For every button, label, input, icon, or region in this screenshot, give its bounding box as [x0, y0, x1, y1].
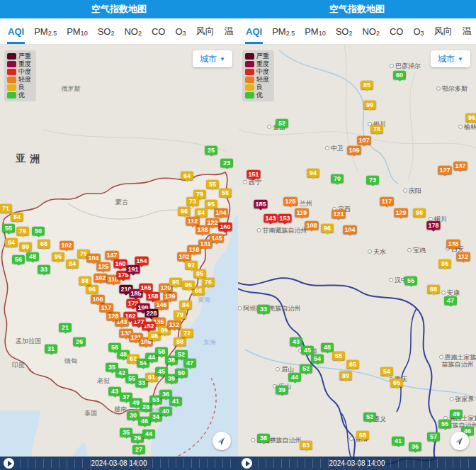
- tab-wind[interactable]: 风向: [429, 18, 458, 44]
- map-canvas[interactable]: 俄罗斯蒙古亚洲印度孟加拉国缅甸老挝泰国越南南海黄海东海7184557964895…: [0, 45, 238, 470]
- aqi-station-marker[interactable]: 56: [12, 255, 25, 264]
- aqi-station-marker[interactable]: 95: [52, 252, 64, 261]
- aqi-station-marker[interactable]: 44: [288, 373, 301, 381]
- aqi-station-marker[interactable]: 88: [174, 337, 186, 346]
- aqi-station-marker[interactable]: 95: [182, 281, 195, 289]
- play-button[interactable]: [4, 458, 14, 469]
- aqi-station-marker[interactable]: 117: [380, 197, 394, 206]
- aqi-station-marker[interactable]: 131: [198, 240, 212, 248]
- aqi-station-marker[interactable]: 151: [246, 170, 260, 179]
- aqi-station-marker[interactable]: 45: [301, 346, 314, 354]
- aqi-station-marker[interactable]: 68: [427, 285, 440, 293]
- aqi-station-marker[interactable]: 48: [321, 343, 334, 352]
- aqi-station-marker[interactable]: 119: [295, 208, 309, 217]
- aqi-station-marker[interactable]: 129: [394, 208, 407, 217]
- aqi-station-marker[interactable]: 96: [465, 113, 476, 122]
- aqi-station-marker[interactable]: 228: [144, 309, 158, 318]
- aqi-station-marker[interactable]: 57: [427, 432, 440, 441]
- aqi-station-marker[interactable]: 96: [86, 285, 98, 293]
- aqi-station-marker[interactable]: 25: [205, 146, 217, 155]
- aqi-station-marker[interactable]: 95: [169, 278, 182, 286]
- aqi-station-marker[interactable]: 64: [181, 172, 193, 180]
- aqi-station-marker[interactable]: 99: [363, 101, 376, 109]
- aqi-station-marker[interactable]: 165: [139, 284, 152, 292]
- aqi-station-marker[interactable]: 96: [321, 224, 334, 233]
- aqi-station-marker[interactable]: 92: [185, 261, 198, 269]
- aqi-station-marker[interactable]: 84: [195, 208, 208, 217]
- aqi-station-marker[interactable]: 84: [179, 301, 192, 309]
- tab-o3[interactable]: O3: [408, 18, 429, 44]
- tab-pm10[interactable]: PM10: [62, 18, 93, 44]
- aqi-station-marker[interactable]: 84: [66, 259, 79, 268]
- aqi-station-marker[interactable]: 54: [311, 354, 324, 363]
- tab-co[interactable]: CO: [385, 18, 409, 44]
- aqi-station-marker[interactable]: 137: [453, 162, 467, 170]
- aqi-station-marker[interactable]: 128: [106, 312, 120, 320]
- aqi-station-marker[interactable]: 108: [305, 221, 318, 230]
- tab-so2[interactable]: SO2: [331, 18, 358, 44]
- tab-temp[interactable]: 温: [458, 18, 476, 44]
- tab-pm25[interactable]: PM2.5: [267, 18, 300, 44]
- aqi-station-marker[interactable]: 79: [174, 310, 186, 319]
- aqi-station-marker[interactable]: 40: [159, 407, 172, 415]
- aqi-station-marker[interactable]: 49: [450, 410, 463, 418]
- aqi-station-marker[interactable]: 154: [135, 257, 148, 265]
- map-canvas[interactable]: 巴彦淖尔鄂尔多斯金昌银川榆林中卫西宁兰州定西庆阳甘南藏族自治州天水宝鸡铜川西安汉…: [238, 45, 476, 470]
- aqi-station-marker[interactable]: 104: [214, 208, 227, 217]
- aqi-station-marker[interactable]: 65: [346, 360, 359, 369]
- aqi-station-marker[interactable]: 85: [361, 81, 373, 89]
- aqi-station-marker[interactable]: 38: [257, 434, 270, 442]
- aqi-station-marker[interactable]: 50: [32, 227, 45, 235]
- aqi-station-marker[interactable]: 117: [100, 303, 113, 312]
- aqi-station-marker[interactable]: 21: [59, 323, 72, 332]
- aqi-station-marker[interactable]: 47: [444, 296, 457, 305]
- compass-icon[interactable]: [212, 432, 231, 450]
- aqi-station-marker[interactable]: 128: [283, 197, 297, 206]
- aqi-station-marker[interactable]: 55: [438, 420, 451, 428]
- aqi-station-marker[interactable]: 107: [357, 136, 370, 145]
- aqi-station-marker[interactable]: 102: [177, 252, 191, 261]
- aqi-station-marker[interactable]: 52: [300, 364, 312, 373]
- aqi-station-marker[interactable]: 98: [413, 208, 426, 217]
- aqi-station-marker[interactable]: 109: [347, 146, 361, 155]
- aqi-station-marker[interactable]: 102: [94, 274, 107, 282]
- tab-co[interactable]: CO: [147, 18, 171, 44]
- timeline-bar[interactable]: 2024-03-08 14:00: [238, 457, 476, 470]
- tab-o3[interactable]: O3: [170, 18, 191, 44]
- aqi-station-marker[interactable]: 41: [392, 437, 404, 445]
- aqi-station-marker[interactable]: 44: [142, 430, 155, 438]
- compass-icon[interactable]: [450, 432, 469, 450]
- aqi-station-marker[interactable]: 88: [79, 276, 91, 285]
- aqi-station-marker[interactable]: 73: [186, 197, 199, 206]
- aqi-station-marker[interactable]: 138: [196, 225, 209, 234]
- aqi-station-marker[interactable]: 73: [366, 176, 379, 184]
- aqi-station-marker[interactable]: 112: [168, 320, 181, 329]
- aqi-station-marker[interactable]: 125: [96, 262, 110, 271]
- tab-temp[interactable]: 温: [220, 18, 238, 44]
- aqi-station-marker[interactable]: 112: [186, 217, 200, 225]
- aqi-station-marker[interactable]: 102: [60, 241, 73, 250]
- aqi-station-marker[interactable]: 54: [380, 367, 393, 376]
- aqi-station-marker[interactable]: 65: [390, 379, 403, 387]
- aqi-station-marker[interactable]: 104: [86, 254, 100, 262]
- aqi-station-marker[interactable]: 147: [105, 251, 118, 259]
- aqi-station-marker[interactable]: 58: [332, 352, 345, 360]
- aqi-station-marker[interactable]: 138: [446, 240, 460, 248]
- city-selector-button[interactable]: 城市 ▼: [431, 50, 470, 67]
- aqi-station-marker[interactable]: 41: [169, 397, 182, 405]
- aqi-station-marker[interactable]: 47: [183, 359, 196, 367]
- aqi-station-marker[interactable]: 89: [339, 371, 352, 380]
- aqi-station-marker[interactable]: 84: [11, 213, 23, 221]
- timeline-bar[interactable]: 2024-03-08 14:00: [0, 457, 238, 470]
- aqi-station-marker[interactable]: 55: [404, 276, 417, 285]
- tab-aqi[interactable]: AQI: [241, 18, 267, 44]
- aqi-station-marker[interactable]: 112: [457, 252, 470, 261]
- aqi-station-marker[interactable]: 52: [276, 119, 288, 128]
- aqi-station-marker[interactable]: 96: [178, 207, 191, 216]
- tab-no2[interactable]: NO2: [119, 18, 147, 44]
- aqi-station-marker[interactable]: 23: [220, 159, 233, 167]
- aqi-station-marker[interactable]: 86: [438, 259, 451, 268]
- aqi-station-marker[interactable]: 79: [16, 227, 29, 235]
- aqi-station-marker[interactable]: 55: [2, 224, 15, 233]
- aqi-station-marker[interactable]: 60: [393, 71, 406, 79]
